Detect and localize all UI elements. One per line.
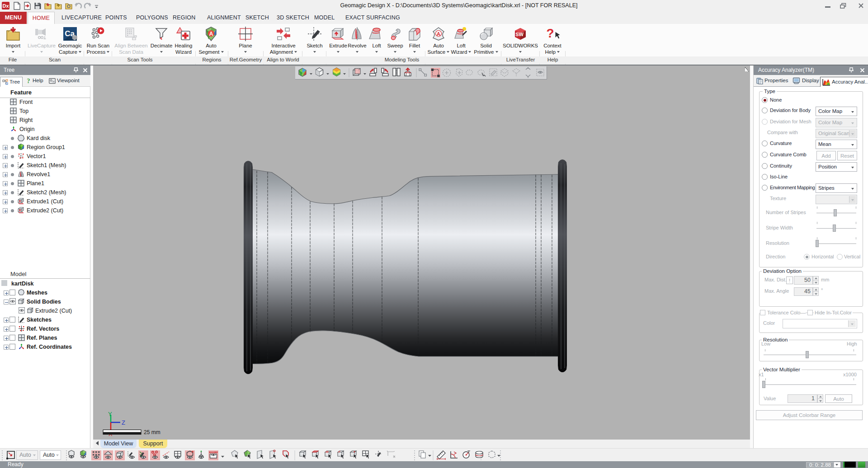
svg-text:?: ? [546,26,554,40]
svg-text:?: ? [27,78,30,84]
svg-text:A: A [437,31,440,37]
svg-text:Y: Y [108,411,112,417]
svg-text:25 mm: 25 mm [144,429,160,435]
svg-text:A: A [209,31,213,37]
svg-text:Z: Z [122,419,125,426]
svg-text:Dx: Dx [2,3,9,9]
svg-text:SW: SW [515,32,524,37]
